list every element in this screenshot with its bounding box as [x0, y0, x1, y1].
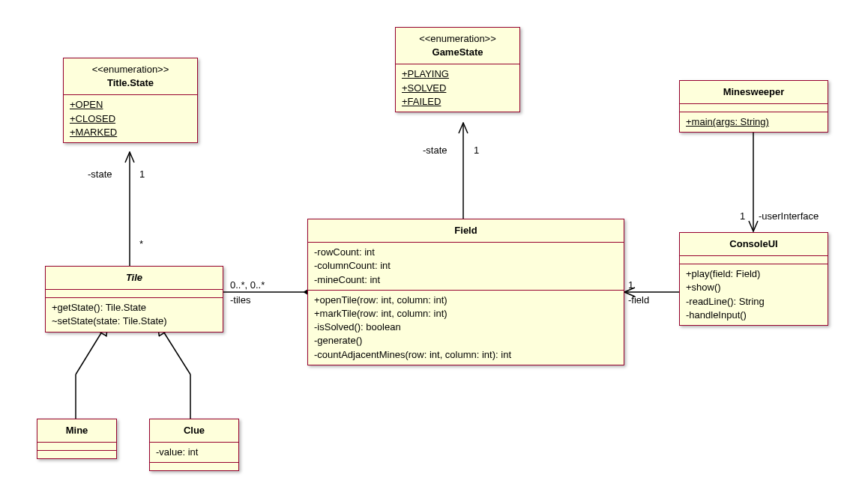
stereotype: <<enumeration>> [70, 63, 191, 76]
stereotype: <<enumeration>> [402, 32, 513, 46]
class-header: Clue [150, 419, 238, 442]
class-header: Field [308, 219, 624, 242]
class-name: Tile [52, 271, 217, 285]
operation: -handleInput() [686, 309, 822, 322]
literal: +MARKED [70, 126, 191, 139]
class-name: Title.State [70, 76, 191, 90]
operations: +play(field: Field) +show() -readLine():… [680, 264, 828, 325]
class-title-state: <<enumeration>> Title.State +OPEN +CLOSE… [63, 58, 198, 143]
operation: -countAdjacentMines(row: int, column: in… [314, 348, 618, 362]
multiplicity-label: * [139, 238, 143, 249]
multiplicity-label: 1 [740, 210, 745, 222]
attributes-empty [680, 255, 828, 264]
class-name: Field [314, 224, 618, 237]
operation: +main(args: String) [686, 115, 822, 129]
class-name: ConsoleUI [686, 237, 822, 251]
role-label-state: -state [423, 145, 447, 156]
operations: +getState(): Tile.State ~setState(state:… [46, 297, 223, 331]
multiplicity-label: 0..*, 0..* [230, 279, 265, 291]
attribute: -rowCount: int [314, 246, 618, 259]
class-header: <<enumeration>> GameState [396, 28, 519, 64]
class-gamestate: <<enumeration>> GameState +PLAYING +SOLV… [395, 27, 520, 112]
class-field: Field -rowCount: int -columnCount: int -… [307, 219, 624, 365]
class-tile: Tile +getState(): Tile.State ~setState(s… [45, 266, 223, 333]
literal: +CLOSED [70, 112, 191, 126]
class-name: Minesweeper [686, 85, 822, 99]
attribute: -mineCount: int [314, 273, 618, 287]
operation: +play(field: Field) [686, 267, 822, 281]
class-header: Mine [37, 419, 116, 442]
attributes-empty [37, 442, 116, 450]
class-name: Mine [43, 424, 110, 437]
literals: +OPEN +CLOSED +MARKED [64, 94, 197, 142]
role-label-userinterface: -userInterface [759, 210, 819, 222]
operation: +getState(): Tile.State [52, 301, 217, 315]
literal: +SOLVED [402, 82, 513, 95]
class-consoleui: ConsoleUI +play(field: Field) +show() -r… [679, 232, 828, 326]
operation: +openTile(row: int, column: int) [314, 294, 618, 307]
multiplicity-label: 1 [628, 279, 633, 291]
literal: +OPEN [70, 98, 191, 112]
attributes: -rowCount: int -columnCount: int -mineCo… [308, 242, 624, 290]
operation: -readLine(): String [686, 295, 822, 309]
operations: +main(args: String) [680, 112, 828, 132]
attributes-empty [680, 103, 828, 112]
class-header: <<enumeration>> Title.State [64, 58, 197, 94]
attribute: -columnCount: int [314, 259, 618, 273]
multiplicity-label: 1 [139, 168, 145, 180]
literal: +FAILED [402, 95, 513, 109]
attributes: -value: int [150, 442, 238, 462]
operation: -generate() [314, 334, 618, 347]
multiplicity-label: 1 [474, 145, 479, 156]
class-name: Clue [156, 424, 232, 437]
class-minesweeper: Minesweeper +main(args: String) [679, 80, 828, 133]
operation: -isSolved(): boolean [314, 321, 618, 334]
attribute: -value: int [156, 446, 232, 459]
class-header: Minesweeper [680, 81, 828, 103]
role-label-state: -state [88, 168, 112, 180]
operations: +openTile(row: int, column: int) +markTi… [308, 290, 624, 365]
operation: +markTile(row: int, column: int) [314, 307, 618, 321]
operations-empty [150, 462, 238, 470]
attributes-empty [46, 289, 223, 297]
operation: +show() [686, 281, 822, 294]
role-label-tiles: -tiles [230, 294, 250, 306]
operation: ~setState(state: Tile.State) [52, 315, 217, 328]
class-header: ConsoleUI [680, 233, 828, 255]
role-label-field: -field [628, 294, 649, 306]
class-mine: Mine [37, 419, 117, 459]
operations-empty [37, 450, 116, 458]
literal: +PLAYING [402, 67, 513, 81]
literals: +PLAYING +SOLVED +FAILED [396, 64, 519, 112]
class-name: GameState [402, 46, 513, 59]
class-header: Tile [46, 267, 223, 289]
class-clue: Clue -value: int [149, 419, 239, 471]
